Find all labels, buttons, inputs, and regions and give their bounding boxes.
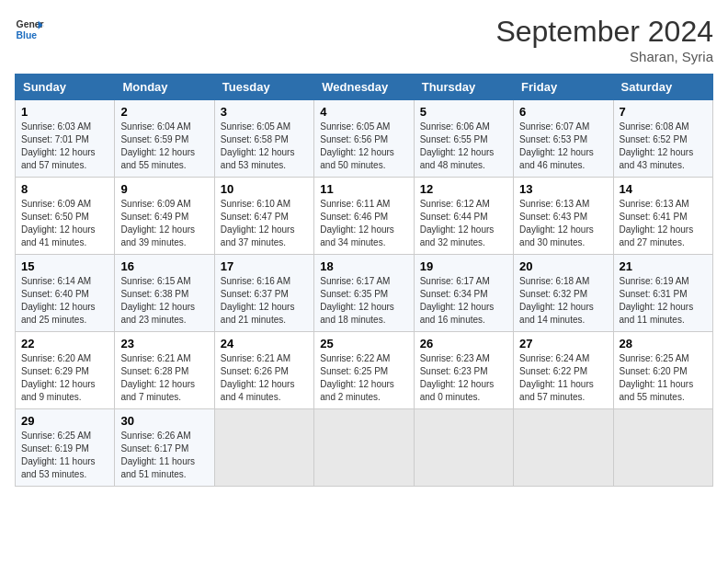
day-info: Sunrise: 6:24 AMSunset: 6:22 PMDaylight:… [519,353,594,402]
day-info: Sunrise: 6:21 AMSunset: 6:28 PMDaylight:… [120,353,195,402]
day-info: Sunrise: 6:16 AMSunset: 6:37 PMDaylight:… [221,276,295,325]
day-number: 17 [221,259,308,273]
calendar-cell: 7 Sunrise: 6:08 AMSunset: 6:52 PMDayligh… [613,100,712,178]
day-number: 27 [519,337,607,350]
logo-icon: General Blue [15,15,44,44]
weekday-header-wednesday: Wednesday [314,75,414,100]
calendar-cell: 3 Sunrise: 6:05 AMSunset: 6:58 PMDayligh… [214,100,313,178]
day-info: Sunrise: 6:17 AMSunset: 6:34 PMDaylight:… [420,276,495,325]
day-info: Sunrise: 6:25 AMSunset: 6:20 PMDaylight:… [620,353,694,402]
day-info: Sunrise: 6:06 AMSunset: 6:55 PMDaylight:… [420,121,495,170]
calendar-cell [214,409,313,487]
calendar-cell: 20 Sunrise: 6:18 AMSunset: 6:32 PMDaylig… [514,255,613,332]
day-number: 13 [519,182,607,196]
calendar-cell: 15 Sunrise: 6:14 AMSunset: 6:40 PMDaylig… [16,255,115,332]
calendar-cell: 21 Sunrise: 6:19 AMSunset: 6:31 PMDaylig… [613,255,712,332]
calendar-week-2: 8 Sunrise: 6:09 AMSunset: 6:50 PMDayligh… [16,178,713,255]
weekday-header-thursday: Thursday [414,75,513,100]
day-number: 7 [620,105,707,119]
day-info: Sunrise: 6:13 AMSunset: 6:43 PMDaylight:… [519,199,594,247]
day-info: Sunrise: 6:15 AMSunset: 6:38 PMDaylight:… [120,276,195,325]
calendar-cell: 18 Sunrise: 6:17 AMSunset: 6:35 PMDaylig… [314,255,414,332]
calendar-cell: 1 Sunrise: 6:03 AMSunset: 7:01 PMDayligh… [16,100,115,178]
day-number: 30 [120,414,208,428]
day-info: Sunrise: 6:09 AMSunset: 6:50 PMDaylight:… [21,199,96,247]
weekday-header-tuesday: Tuesday [214,75,313,100]
calendar-cell: 24 Sunrise: 6:21 AMSunset: 6:26 PMDaylig… [214,332,313,409]
calendar-cell: 29 Sunrise: 6:25 AMSunset: 6:19 PMDaylig… [16,409,115,487]
svg-text:Blue: Blue [17,30,38,40]
day-number: 29 [21,414,108,428]
calendar-cell: 22 Sunrise: 6:20 AMSunset: 6:29 PMDaylig… [16,332,115,409]
day-info: Sunrise: 6:17 AMSunset: 6:35 PMDaylight:… [320,276,394,325]
calendar-table: SundayMondayTuesdayWednesdayThursdayFrid… [15,74,713,487]
day-info: Sunrise: 6:05 AMSunset: 6:56 PMDaylight:… [320,121,394,170]
calendar-cell [314,409,414,487]
day-number: 1 [21,105,108,119]
calendar-cell: 14 Sunrise: 6:13 AMSunset: 6:41 PMDaylig… [613,178,712,255]
day-number: 10 [221,182,308,196]
day-number: 12 [420,182,507,196]
calendar-cell: 23 Sunrise: 6:21 AMSunset: 6:28 PMDaylig… [115,332,214,409]
calendar-cell: 17 Sunrise: 6:16 AMSunset: 6:37 PMDaylig… [214,255,313,332]
day-info: Sunrise: 6:12 AMSunset: 6:44 PMDaylight:… [420,199,495,247]
calendar-cell: 13 Sunrise: 6:13 AMSunset: 6:43 PMDaylig… [514,178,613,255]
day-info: Sunrise: 6:04 AMSunset: 6:59 PMDaylight:… [120,121,195,170]
calendar-cell: 8 Sunrise: 6:09 AMSunset: 6:50 PMDayligh… [16,178,115,255]
calendar-cell: 19 Sunrise: 6:17 AMSunset: 6:34 PMDaylig… [414,255,513,332]
calendar-cell: 12 Sunrise: 6:12 AMSunset: 6:44 PMDaylig… [414,178,513,255]
calendar-week-1: 1 Sunrise: 6:03 AMSunset: 7:01 PMDayligh… [16,100,713,178]
day-number: 11 [320,182,407,196]
calendar-cell: 27 Sunrise: 6:24 AMSunset: 6:22 PMDaylig… [514,332,613,409]
calendar-cell: 11 Sunrise: 6:11 AMSunset: 6:46 PMDaylig… [314,178,414,255]
day-number: 6 [519,105,607,119]
day-number: 22 [21,337,108,350]
day-info: Sunrise: 6:18 AMSunset: 6:32 PMDaylight:… [519,276,594,325]
location: Sharan, Syria [495,49,713,64]
day-info: Sunrise: 6:08 AMSunset: 6:52 PMDaylight:… [620,121,694,170]
calendar-cell: 5 Sunrise: 6:06 AMSunset: 6:55 PMDayligh… [414,100,513,178]
day-number: 16 [120,259,208,273]
calendar-cell: 25 Sunrise: 6:22 AMSunset: 6:25 PMDaylig… [314,332,414,409]
day-number: 8 [21,182,108,196]
calendar-cell [613,409,712,487]
day-number: 21 [620,259,707,273]
day-number: 23 [120,337,208,350]
calendar-week-4: 22 Sunrise: 6:20 AMSunset: 6:29 PMDaylig… [16,332,713,409]
calendar-week-3: 15 Sunrise: 6:14 AMSunset: 6:40 PMDaylig… [16,255,713,332]
day-number: 28 [620,337,707,350]
calendar-cell: 30 Sunrise: 6:26 AMSunset: 6:17 PMDaylig… [115,409,214,487]
calendar-cell [414,409,513,487]
day-info: Sunrise: 6:13 AMSunset: 6:41 PMDaylight:… [620,199,694,247]
day-info: Sunrise: 6:14 AMSunset: 6:40 PMDaylight:… [21,276,96,325]
calendar-cell: 2 Sunrise: 6:04 AMSunset: 6:59 PMDayligh… [115,100,214,178]
calendar-cell: 6 Sunrise: 6:07 AMSunset: 6:53 PMDayligh… [514,100,613,178]
calendar-cell [514,409,613,487]
day-info: Sunrise: 6:20 AMSunset: 6:29 PMDaylight:… [21,353,96,402]
logo: General Blue [15,15,44,44]
calendar-cell: 4 Sunrise: 6:05 AMSunset: 6:56 PMDayligh… [314,100,414,178]
day-info: Sunrise: 6:19 AMSunset: 6:31 PMDaylight:… [620,276,694,325]
calendar-cell: 16 Sunrise: 6:15 AMSunset: 6:38 PMDaylig… [115,255,214,332]
day-number: 26 [420,337,507,350]
calendar-cell: 28 Sunrise: 6:25 AMSunset: 6:20 PMDaylig… [613,332,712,409]
day-info: Sunrise: 6:10 AMSunset: 6:47 PMDaylight:… [221,199,295,247]
day-info: Sunrise: 6:07 AMSunset: 6:53 PMDaylight:… [519,121,594,170]
day-number: 19 [420,259,507,273]
month-year: September 2024 [495,15,713,49]
weekday-header-sunday: Sunday [16,75,115,100]
day-info: Sunrise: 6:21 AMSunset: 6:26 PMDaylight:… [221,353,295,402]
day-number: 4 [320,105,407,119]
day-number: 25 [320,337,407,350]
day-number: 15 [21,259,108,273]
day-number: 9 [120,182,208,196]
calendar-cell: 9 Sunrise: 6:09 AMSunset: 6:49 PMDayligh… [115,178,214,255]
day-number: 24 [221,337,308,350]
calendar-cell: 10 Sunrise: 6:10 AMSunset: 6:47 PMDaylig… [214,178,313,255]
day-info: Sunrise: 6:25 AMSunset: 6:19 PMDaylight:… [21,431,96,479]
weekday-header-saturday: Saturday [613,75,712,100]
day-number: 20 [519,259,607,273]
weekday-header-monday: Monday [115,75,214,100]
day-info: Sunrise: 6:03 AMSunset: 7:01 PMDaylight:… [21,121,96,170]
calendar-cell: 26 Sunrise: 6:23 AMSunset: 6:23 PMDaylig… [414,332,513,409]
